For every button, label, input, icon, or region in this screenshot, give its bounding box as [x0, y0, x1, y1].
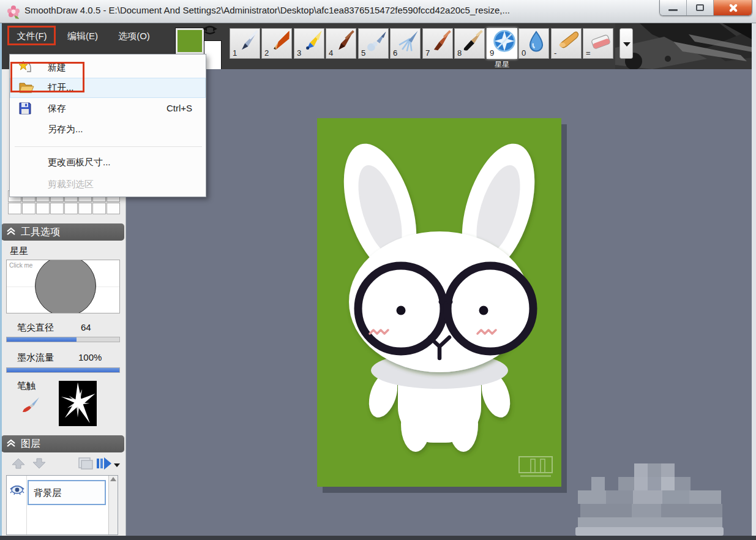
layer-properties-button[interactable]	[77, 456, 93, 471]
smudge-finger-icon	[557, 29, 580, 53]
tool-button-5[interactable]: 5	[358, 28, 389, 59]
menu-item-resize-canvas[interactable]: 更改画板尺寸...	[10, 152, 206, 172]
mosaic-block	[618, 477, 634, 490]
layers-header[interactable]: 图层	[1, 435, 124, 452]
brush-icon	[21, 396, 40, 414]
tool-button-8[interactable]: 8	[454, 28, 485, 59]
window-controls	[659, 0, 752, 16]
layer-down-button[interactable]	[32, 457, 47, 470]
mosaic-block	[662, 490, 689, 504]
mosaic-block	[575, 527, 724, 536]
mosaic-block	[648, 463, 661, 477]
tool-key: 7	[425, 48, 430, 58]
ink-flow-slider[interactable]	[6, 367, 120, 373]
nib-preview-box[interactable]: Click me	[6, 260, 120, 313]
maximize-button[interactable]	[687, 0, 714, 16]
palette-swatch[interactable]	[36, 203, 50, 214]
workspace[interactable]	[126, 69, 752, 536]
tool-button-equals[interactable]: =	[583, 28, 613, 59]
menu-item-save[interactable]: 保存 Ctrl+S	[10, 99, 206, 118]
eraser-icon	[589, 29, 612, 53]
tool-button-6[interactable]: 6	[390, 28, 421, 59]
mosaic-block	[578, 490, 606, 504]
mosaic-block	[634, 477, 648, 490]
tool-button-4[interactable]: 4	[326, 28, 356, 59]
tool-key: 6	[393, 48, 397, 58]
tool-button-1[interactable]: 1	[230, 28, 260, 59]
mosaic-block	[661, 463, 675, 477]
menu-item-label: 更改画板尺寸...	[48, 152, 111, 172]
paint-splatter-art	[615, 23, 756, 69]
menu-item-label: 打开...	[48, 78, 74, 97]
menu-separator	[15, 146, 202, 147]
tool-button-7[interactable]: 7	[422, 28, 453, 59]
nib-diameter-slider[interactable]	[6, 337, 120, 342]
menu-item-new[interactable]: 新建	[10, 58, 206, 77]
mosaic-block	[633, 490, 662, 504]
tool-key: 4	[329, 48, 333, 58]
window-title: SmoothDraw 4.0.5 - E:\Document And Setti…	[24, 5, 510, 15]
swap-colors-icon[interactable]	[202, 24, 218, 36]
mosaic-block	[578, 517, 722, 527]
save-floppy-icon	[18, 102, 32, 115]
palette-swatch[interactable]	[92, 203, 106, 214]
nib-diameter-label: 笔尖直径	[17, 322, 54, 334]
menu-file[interactable]: 文件(F)	[9, 27, 55, 45]
tool-button-0[interactable]: 0	[518, 28, 549, 59]
selected-tool-caption: 星星	[484, 59, 520, 69]
palette-swatch[interactable]	[64, 203, 78, 214]
menu-item-save-as[interactable]: 另存为...	[10, 119, 206, 141]
tool-options-title: 工具选项	[21, 227, 60, 237]
menu-edit[interactable]: 编辑(E)	[59, 27, 106, 45]
brush-stroke-preview[interactable]	[59, 381, 97, 426]
pen-icon	[236, 29, 259, 53]
drawing-canvas[interactable]	[317, 118, 561, 487]
palette-swatch[interactable]	[107, 203, 120, 214]
menu-item-crop-to-selection: 剪裁到选区	[10, 174, 206, 194]
scroll-up-icon	[110, 477, 116, 481]
mosaic-block	[591, 477, 605, 490]
layer-list-scrollbar[interactable]	[108, 476, 118, 534]
round-brush-icon	[429, 29, 452, 53]
menu-item-label: 剪裁到选区	[48, 174, 94, 194]
window-left-border	[0, 23, 2, 536]
tool-key: =	[586, 48, 591, 58]
palette-swatch[interactable]	[50, 203, 64, 214]
close-button[interactable]	[714, 0, 752, 16]
mosaic-block	[675, 477, 691, 490]
foreground-color-swatch[interactable]	[175, 28, 204, 54]
palette-swatch[interactable]	[78, 203, 92, 214]
water-drop-icon	[525, 29, 548, 53]
layer-menu-button[interactable]	[95, 456, 113, 471]
minimize-button[interactable]	[660, 0, 687, 16]
tool-button-2[interactable]: 2	[261, 28, 292, 59]
pencil-icon	[268, 29, 291, 53]
layer-up-button[interactable]	[11, 457, 26, 470]
palette-swatch[interactable]	[22, 203, 36, 214]
star-stroke-icon	[59, 381, 97, 426]
mosaic-block	[606, 490, 633, 504]
tool-key: 9	[490, 48, 494, 58]
app-window: SmoothDraw 4.0.5 - E:\Document And Setti…	[0, 0, 756, 540]
file-menu-dropdown: 新建 打开... 保存 Ctrl+S 另存为... 更改画板尺寸... 剪裁到选…	[9, 54, 206, 197]
tool-button-minus[interactable]: -	[551, 28, 582, 59]
menu-options[interactable]: 选项(O)	[111, 27, 157, 45]
palette-swatch[interactable]	[8, 203, 21, 214]
layer-visibility-eye-icon[interactable]	[9, 483, 25, 495]
maximize-icon	[696, 4, 704, 11]
layer-item-background[interactable]: 背景层	[28, 480, 106, 505]
slider-fill	[7, 368, 119, 372]
tool-key: 2	[264, 48, 269, 58]
tool-button-9-star[interactable]: 9	[487, 28, 517, 59]
tool-key: 1	[233, 48, 237, 58]
tool-button-3[interactable]: 3	[294, 28, 324, 59]
divider	[26, 476, 27, 534]
tool-dropdown-button[interactable]	[619, 28, 633, 59]
tool-options-header[interactable]: 工具选项	[1, 223, 124, 241]
rabbit-artwork	[317, 118, 561, 487]
menu-item-open[interactable]: 打开...	[10, 78, 206, 98]
chevron-down-icon	[623, 42, 631, 47]
tool-key: 0	[522, 48, 526, 58]
tool-key: 5	[361, 48, 365, 58]
layer-menu-caret-icon[interactable]	[114, 463, 120, 467]
